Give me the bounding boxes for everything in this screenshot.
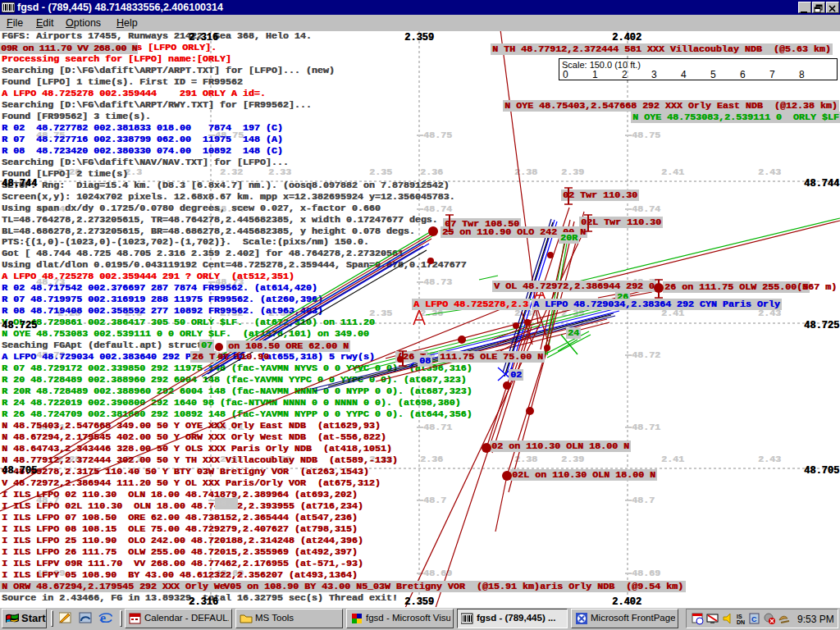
svg-text:DN: DN — [737, 619, 745, 625]
svg-text:C: C — [751, 615, 757, 623]
svg-text:IS: IS — [737, 614, 742, 619]
